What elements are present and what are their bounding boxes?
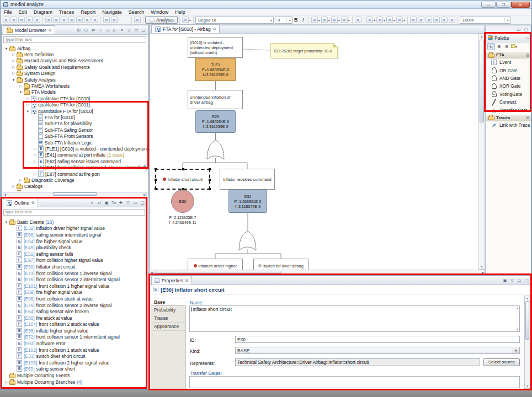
palette-item[interactable]: Event xyxy=(486,58,531,66)
tree-row[interactable]: [E75] front collision sensor 2 intermitt… xyxy=(2,276,146,283)
model-browser-hscrollbar[interactable]: ◀▶ xyxy=(3,192,147,196)
line-style-icon[interactable] xyxy=(341,17,348,23)
comment-icon[interactable] xyxy=(45,17,52,23)
expander-icon[interactable] xyxy=(33,153,38,157)
tree-row[interactable]: Airbag xyxy=(2,45,147,51)
tree-row[interactable]: [E89] fire higher signal value xyxy=(2,289,146,296)
expander-icon[interactable] xyxy=(18,84,23,88)
view-menu-icon[interactable]: ▽ xyxy=(126,27,132,33)
palette-item[interactable]: OR Gate xyxy=(486,66,531,74)
transfer-gates-box[interactable] xyxy=(189,376,520,388)
link-with-editor-icon[interactable]: ⇄ xyxy=(90,27,97,33)
save-all-icon[interactable] xyxy=(18,17,25,23)
tle1-event-box[interactable]: TLE1 P=1.680534E-5 f=3.361039E-9 xyxy=(195,58,236,81)
tree-row[interactable]: Basic Events (23) xyxy=(2,219,146,226)
tree-row[interactable]: qualitative FTA for [G011] xyxy=(2,102,147,108)
analysis-perspective-icon[interactable] xyxy=(134,17,141,23)
tree-row[interactable]: Hazard Analysis and Risk Assessment xyxy=(2,58,147,64)
inflator-receives-command-node[interactable]: inflator receives command xyxy=(220,169,275,190)
tree-row[interactable]: Multiple Occurring Events xyxy=(2,372,146,379)
selection-handle[interactable] xyxy=(209,188,211,190)
expander-icon[interactable] xyxy=(18,90,23,94)
maximize-icon[interactable]: ▢ xyxy=(140,27,147,33)
back-icon[interactable]: ◁ xyxy=(104,27,111,33)
tree-row[interactable]: Safety Goals and Requirements xyxy=(2,64,147,70)
close-tab-icon[interactable]: ⊠ xyxy=(213,27,216,31)
show-ids-toggle-icon[interactable]: ▣ xyxy=(103,200,110,206)
export-icon[interactable] xyxy=(34,17,40,23)
outline-filter-input[interactable]: type filter text xyxy=(3,209,145,216)
expander-icon[interactable] xyxy=(11,65,16,69)
expander-icon[interactable] xyxy=(18,178,23,183)
model-browser-tab[interactable]: Model Browser⊠ xyxy=(3,25,55,34)
checklist-icon[interactable] xyxy=(76,17,83,23)
selection-handle[interactable] xyxy=(155,168,157,170)
tree-row[interactable]: [E104] front collision 2 stuck at value xyxy=(2,321,146,328)
save-icon[interactable] xyxy=(10,17,17,23)
tree-row[interactable]: [E51] safing sensor fails xyxy=(2,251,146,257)
inflation-driver-higher-node[interactable]: inflation driver higher xyxy=(188,259,243,270)
properties-vscrollbar[interactable]: ▲▼ xyxy=(524,296,530,389)
align-icon[interactable] xyxy=(376,17,383,23)
id-input[interactable]: E30 xyxy=(235,336,520,343)
selection-handle[interactable] xyxy=(209,179,211,181)
outline-tab[interactable]: Outline⊠ xyxy=(3,198,38,207)
expander-icon[interactable] xyxy=(33,159,38,164)
order-icon[interactable] xyxy=(396,17,403,23)
fill-color-icon[interactable] xyxy=(331,17,338,23)
book-icon[interactable] xyxy=(92,17,98,23)
tree-row[interactable]: [E38] inflate higher signal value xyxy=(2,328,146,334)
arrow-style-icon[interactable] xyxy=(311,17,318,23)
tree-row[interactable]: [E76] front collision sensor 2 inverse s… xyxy=(2,302,146,309)
tree-row[interactable]: Sub-FTA for plausibility xyxy=(2,121,147,127)
kind-dropdown[interactable]: BASE ▼ xyxy=(235,347,520,354)
print-icon[interactable] xyxy=(26,17,33,23)
expander-icon[interactable] xyxy=(33,165,38,170)
selection-handle[interactable] xyxy=(155,188,157,190)
home-icon[interactable]: ⌂ xyxy=(97,27,104,33)
tree-row[interactable]: [TLE1] [G010] is violated - unintended d… xyxy=(2,146,147,152)
expander-icon[interactable] xyxy=(4,380,9,384)
menu-item[interactable]: Search xyxy=(125,9,148,15)
collapse-all-icon[interactable]: ⊟ xyxy=(83,27,89,33)
dropdown-arrow-icon[interactable]: ▼ xyxy=(513,348,519,353)
view-menu-icon[interactable]: ▽ xyxy=(125,200,131,206)
select-source-button[interactable]: Select source xyxy=(483,358,520,366)
refresh-icon[interactable] xyxy=(111,17,118,23)
link-with-editor-icon[interactable]: ⇄ xyxy=(96,200,103,206)
tree-row[interactable]: Sub-FTA Inflation Logic xyxy=(2,140,147,146)
tree-row[interactable]: scripts xyxy=(2,190,147,191)
tree-row[interactable]: [E64] safing sensor wire broken xyxy=(2,308,146,315)
inflator-short-circuit-node-selected[interactable]: Inflator short circuit xyxy=(155,169,210,190)
selection-handle[interactable] xyxy=(182,168,184,170)
tree-row[interactable]: Multiple Occurring Branches (4) xyxy=(2,379,146,385)
chat-icon[interactable] xyxy=(61,17,67,23)
tree-row[interactable]: [E54] fire higher signal value xyxy=(2,238,146,245)
note-tool-icon[interactable]: ▾ xyxy=(510,43,518,50)
menu-item[interactable]: Diagram xyxy=(30,9,56,15)
top-event-node[interactable]: [G010] is violated - unintended deployme… xyxy=(188,37,243,58)
close-view-icon[interactable]: ⊠ xyxy=(31,201,35,205)
tree-row[interactable]: [E96] front collision stuck at value xyxy=(2,296,146,302)
tree-row[interactable]: Item Definition xyxy=(2,51,147,57)
properties-tab-probability[interactable]: Probability xyxy=(151,306,185,314)
palette-header[interactable]: Palette ▷ xyxy=(486,34,531,42)
tree-row[interactable]: Sub-FTA Safing Sensor xyxy=(2,127,147,133)
zoom-level-combo[interactable]: 100%▾ xyxy=(460,17,510,24)
close-view-icon[interactable]: ⊠ xyxy=(185,278,189,283)
font-size-combo[interactable]: 9▾ xyxy=(275,17,292,24)
expander-icon[interactable] xyxy=(11,71,16,76)
font-family-combo[interactable]: Segoe UI▾ xyxy=(195,17,274,24)
palette-item[interactable]: AND Gate xyxy=(486,74,531,82)
or-gate-1[interactable] xyxy=(207,140,224,159)
tree-row[interactable]: [E69] safing sensor short xyxy=(2,366,146,373)
tree-row[interactable]: FTA Models xyxy=(2,89,147,95)
clipboard-icon[interactable] xyxy=(68,17,75,23)
select-tool-icon[interactable] xyxy=(366,17,373,23)
switch-for-diver-airbag-node[interactable]: switch for diver airbag xyxy=(253,259,308,270)
selection-handle[interactable] xyxy=(155,179,157,181)
close-view-icon[interactable]: ⊠ xyxy=(49,28,52,33)
sort-icon[interactable]: ≡ xyxy=(89,200,95,206)
minimize-icon[interactable]: ▭ xyxy=(133,27,140,33)
maximize-editor-icon[interactable]: ▢ xyxy=(523,26,529,33)
